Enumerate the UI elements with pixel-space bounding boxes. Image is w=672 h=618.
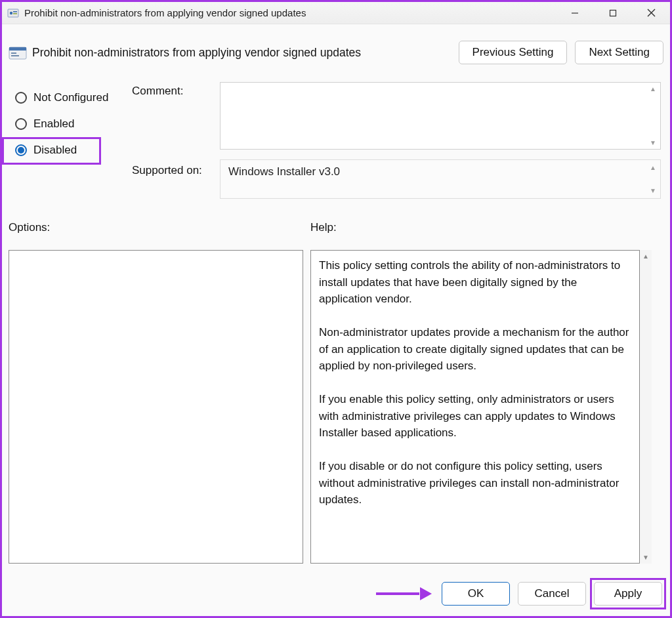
dialog-button-row: OK Cancel Apply [434, 582, 662, 606]
apply-button[interactable]: Apply [594, 582, 662, 606]
radio-label: Disabled [33, 144, 77, 157]
supported-on-value: Windows Installer v3.0 [228, 165, 340, 178]
radio-icon [15, 92, 27, 104]
maximize-button[interactable] [594, 2, 632, 24]
scroll-up-icon[interactable]: ▲ [650, 164, 656, 171]
help-label: Help: [310, 221, 337, 234]
policy-title: Prohibit non-administrators from applyin… [32, 46, 451, 60]
cancel-button[interactable]: Cancel [518, 582, 586, 606]
supported-on-label: Supported on: [132, 164, 202, 177]
state-radio-group: Not Configured Enabled Disabled [12, 85, 117, 163]
options-label: Options: [9, 221, 50, 234]
help-region: This policy setting controls the ability… [310, 250, 652, 564]
radio-label: Not Configured [33, 91, 108, 104]
title-bar: Prohibit non-administrators from applyin… [2, 2, 670, 24]
window-controls [556, 2, 670, 24]
svg-rect-10 [11, 52, 16, 54]
comment-textarea[interactable]: ▲ ▼ [220, 82, 661, 150]
radio-disabled[interactable]: Disabled [12, 137, 117, 163]
previous-setting-button[interactable]: Previous Setting [459, 41, 568, 64]
radio-label: Enabled [33, 117, 74, 131]
annotation-arrow-icon [376, 587, 432, 600]
scroll-up-icon[interactable]: ▲ [642, 250, 649, 262]
help-pane[interactable]: This policy setting controls the ability… [310, 250, 640, 564]
svg-rect-2 [13, 11, 17, 12]
radio-enabled[interactable]: Enabled [12, 111, 117, 137]
svg-rect-5 [610, 10, 616, 16]
window: Prohibit non-administrators from applyin… [0, 0, 672, 618]
minimize-button[interactable] [556, 2, 594, 24]
policy-header: Prohibit non-administrators from applyin… [9, 36, 663, 69]
scroll-up-icon[interactable]: ▲ [650, 85, 656, 93]
svg-rect-9 [9, 47, 26, 51]
dialog-content: Prohibit non-administrators from applyin… [2, 24, 670, 616]
svg-point-1 [10, 11, 12, 14]
scroll-down-icon[interactable]: ▼ [642, 551, 649, 564]
options-pane [9, 250, 303, 564]
window-title: Prohibit non-administrators from applyin… [24, 7, 556, 18]
policy-icon [7, 7, 19, 19]
radio-not-configured[interactable]: Not Configured [12, 85, 117, 111]
radio-icon [15, 144, 27, 156]
ok-button[interactable]: OK [442, 582, 510, 606]
scroll-down-icon[interactable]: ▼ [650, 187, 656, 194]
radio-icon [15, 118, 27, 130]
supported-on-box: Windows Installer v3.0 ▲ ▼ [220, 159, 661, 199]
next-setting-button[interactable]: Next Setting [575, 41, 663, 64]
svg-rect-11 [11, 55, 19, 56]
svg-rect-3 [13, 13, 17, 14]
policy-header-icon [9, 45, 27, 61]
comment-label: Comment: [132, 85, 183, 98]
scroll-down-icon[interactable]: ▼ [650, 139, 656, 146]
close-button[interactable] [632, 2, 670, 24]
help-scrollbar[interactable]: ▲ ▼ [640, 250, 652, 564]
